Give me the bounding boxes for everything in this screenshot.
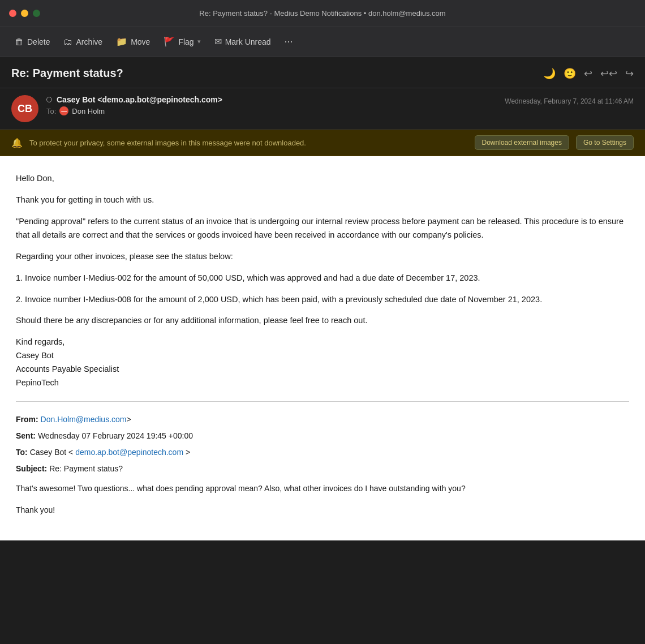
more-button[interactable]: ···: [279, 32, 299, 51]
mark-unread-label: Mark Unread: [225, 37, 271, 46]
reply-all-icon[interactable]: ↩↩: [600, 67, 617, 80]
body-greeting: Hello Don,: [16, 172, 629, 186]
download-images-button[interactable]: Download external images: [475, 135, 569, 150]
quoted-body1: That's awesome! Two questions... what do…: [16, 482, 629, 495]
to-label: To:: [46, 107, 56, 115]
quoted-sent-line: Sent: Wednesday 07 February 2024 19:45 +…: [16, 430, 629, 443]
moon-icon[interactable]: 🌙: [543, 67, 556, 80]
sig-line1: Kind regards,: [16, 336, 629, 349]
go-to-settings-button[interactable]: Go to Settings: [576, 135, 634, 150]
traffic-lights: [9, 10, 40, 17]
sender-date-block: Wednesday, February 7, 2024 at 11:46 AM: [505, 95, 634, 105]
quoted-to-value: Casey Bot <: [30, 448, 74, 457]
body-paragraph4: Should there be any discrepancies or for…: [16, 314, 629, 328]
move-icon: 📁: [116, 36, 127, 47]
quoted-sent-value: Wednesday 07 February 2024 19:45 +00:00: [38, 431, 193, 440]
quoted-to-email-link[interactable]: demo.ap.bot@pepinotech.com: [75, 448, 183, 457]
toolbar: 🗑 Delete 🗂 Archive 📁 Move 🚩 Flag ▾ ✉ Mar…: [0, 27, 645, 57]
body-paragraph2: "Pending approval" refers to the current…: [16, 215, 629, 242]
email-header-actions: 🌙 🙂 ↩ ↩↩ ↪: [543, 67, 634, 80]
sig-line2: Casey Bot: [16, 349, 629, 363]
signature-block: Kind regards, Casey Bot Accounts Payable…: [16, 336, 629, 390]
block-icon: —: [59, 106, 68, 115]
window-title: Re: Payment status? - Medius Demo Notifi…: [199, 9, 445, 18]
sender-to-row: To: — Don Holm: [46, 106, 497, 115]
email-body: Hello Don, Thank you for getting in touc…: [0, 156, 645, 540]
quoted-to-line: To: Casey Bot < demo.ap.bot@pepinotech.c…: [16, 446, 629, 459]
flag-label: Flag: [178, 37, 194, 46]
quoted-subject-line: Subject: Re: Payment status?: [16, 462, 629, 475]
flag-chevron-icon: ▾: [197, 38, 201, 45]
close-button[interactable]: [9, 10, 16, 17]
bell-icon: 🔔: [11, 138, 23, 148]
move-label: Move: [131, 37, 150, 46]
body-invoice1: 1. Invoice number I-Medius-002 for the a…: [16, 272, 629, 285]
flag-icon: 🚩: [164, 36, 175, 47]
email-subject: Re: Payment status?: [11, 67, 123, 80]
mark-unread-button[interactable]: ✉ Mark Unread: [209, 33, 277, 50]
body-paragraph1: Thank you for getting in touch with us.: [16, 194, 629, 207]
titlebar: Re: Payment status? - Medius Demo Notifi…: [0, 0, 645, 27]
mail-icon: ✉: [214, 36, 222, 47]
forward-icon[interactable]: ↪: [625, 67, 634, 80]
to-name: Don Holm: [72, 107, 105, 115]
email-header: Re: Payment status? 🌙 🙂 ↩ ↩↩ ↪: [0, 57, 645, 88]
flag-button[interactable]: 🚩 Flag ▾: [158, 33, 206, 50]
sender-name: Casey Bot <demo.ap.bot@pepinotech.com>: [57, 95, 222, 104]
quoted-to-label: To:: [16, 448, 28, 457]
quoted-from-email-link[interactable]: Don.Holm@medius.com: [41, 415, 127, 424]
quoted-from-line: From: Don.Holm@medius.com>: [16, 413, 629, 426]
sig-line3: Accounts Payable Specialist: [16, 363, 629, 376]
delete-button[interactable]: 🗑 Delete: [9, 33, 55, 50]
archive-icon: 🗂: [63, 37, 72, 47]
archive-label: Archive: [76, 37, 102, 46]
reply-icon[interactable]: ↩: [584, 67, 592, 80]
quoted-subject-value: Re: Payment status?: [49, 464, 123, 473]
minimize-button[interactable]: [21, 10, 28, 17]
quoted-body: That's awesome! Two questions... what do…: [16, 482, 629, 516]
privacy-text: To protect your privacy, some external i…: [29, 139, 468, 147]
move-button[interactable]: 📁 Move: [110, 33, 156, 50]
sig-line4: PepinoTech: [16, 376, 629, 390]
emoji-icon[interactable]: 🙂: [564, 67, 576, 80]
sender-info: Casey Bot <demo.ap.bot@pepinotech.com> T…: [46, 95, 497, 115]
sender-row: CB Casey Bot <demo.ap.bot@pepinotech.com…: [0, 88, 645, 130]
quoted-body2: Thank you!: [16, 504, 629, 517]
body-paragraph3: Regarding your other invoices, please se…: [16, 250, 629, 264]
quoted-to-end: >: [186, 448, 190, 457]
sender-status-dot: [46, 97, 52, 102]
quoted-sent-label: Sent:: [16, 431, 36, 440]
sender-date: Wednesday, February 7, 2024 at 11:46 AM: [505, 97, 634, 105]
sender-name-row: Casey Bot <demo.ap.bot@pepinotech.com>: [46, 95, 497, 104]
delete-label: Delete: [27, 37, 50, 46]
trash-icon: 🗑: [15, 37, 24, 47]
avatar: CB: [11, 95, 38, 122]
maximize-button[interactable]: [33, 10, 40, 17]
quoted-from-label: From:: [16, 415, 38, 424]
body-invoice2: 2. Invoice number I-Medius-008 for the a…: [16, 293, 629, 307]
quoted-subject-label: Subject:: [16, 464, 47, 473]
privacy-banner: 🔔 To protect your privacy, some external…: [0, 130, 645, 156]
email-divider: [16, 401, 629, 402]
archive-button[interactable]: 🗂 Archive: [58, 33, 108, 50]
